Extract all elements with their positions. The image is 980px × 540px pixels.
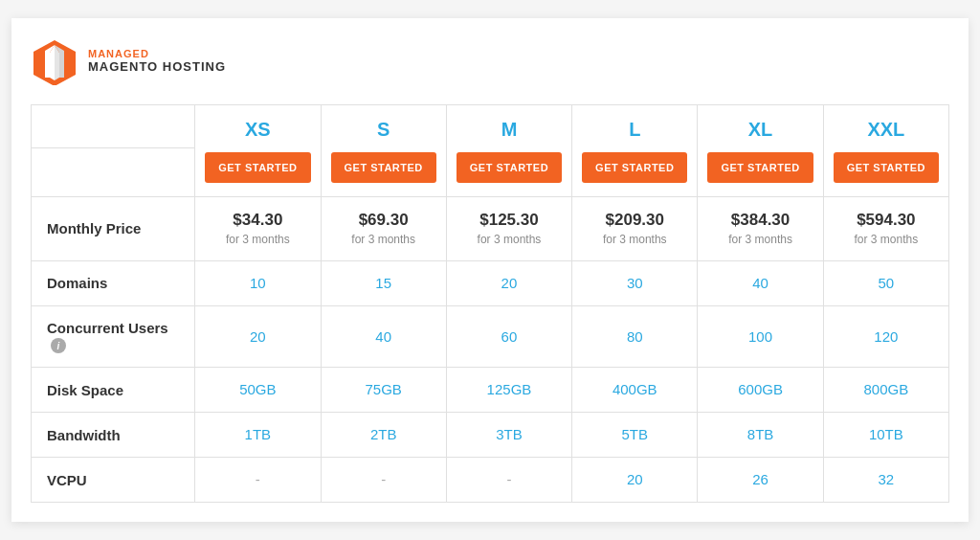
table-cell: 20: [195, 305, 321, 367]
table-cell: 125GB: [446, 368, 571, 413]
table-cell: $69.30for 3 months: [321, 196, 446, 260]
table-cell: 1TB: [195, 413, 321, 458]
table-row: Domains101520304050: [32, 260, 949, 305]
table-cell: 50GB: [195, 368, 321, 413]
cell-value: 75GB: [365, 381, 401, 397]
get-started-xs-button[interactable]: GET STARTED: [205, 152, 310, 183]
row-label-cell: VCPU: [32, 458, 195, 503]
cell-value: 400GB: [612, 381, 657, 397]
table-cell: 30: [572, 260, 698, 305]
cell-dash: -: [381, 471, 386, 487]
cell-value: 20: [250, 328, 266, 345]
cell-value: 26: [752, 471, 768, 487]
plan-s-header: S: [321, 104, 446, 148]
cell-value: 5TB: [622, 426, 649, 442]
cell-value: 60: [501, 328, 518, 345]
cell-dash: -: [506, 471, 511, 487]
cell-value: 10TB: [869, 426, 903, 442]
cell-value: 125GB: [487, 381, 532, 397]
cell-value: 2TB: [370, 426, 397, 442]
price-sub: for 3 months: [351, 233, 415, 246]
table-row: Monthly Price$34.30for 3 months$69.30for…: [32, 196, 949, 260]
cell-value: 600GB: [738, 381, 783, 397]
price-main: $384.30: [707, 211, 813, 230]
plan-xl-name: XL: [707, 119, 813, 145]
row-label-cell: Disk Space: [32, 368, 195, 413]
table-row: Bandwidth1TB2TB3TB5TB8TB10TB: [32, 413, 949, 458]
table-cell: 20: [446, 260, 571, 305]
table-row: Disk Space50GB75GB125GB400GB600GB800GB: [32, 368, 949, 413]
plan-m-btn-cell: GET STARTED: [446, 148, 571, 197]
cell-value: 120: [874, 328, 898, 345]
table-cell: 120: [823, 305, 948, 367]
get-started-m-button[interactable]: GET STARTED: [457, 152, 562, 183]
table-cell: 20: [572, 458, 698, 503]
plan-m-header: M: [446, 104, 571, 148]
get-started-xl-button[interactable]: GET STARTED: [707, 152, 813, 183]
table-row: Concurrent Usersi20406080100120: [32, 305, 949, 367]
table-cell: 800GB: [823, 368, 948, 413]
pricing-container: MANAGED MAGENTO HOSTING XS S M L: [11, 18, 969, 522]
table-cell: $384.30for 3 months: [698, 196, 823, 260]
table-row: VCPU---202632: [32, 458, 949, 503]
table-cell: 3TB: [446, 413, 571, 458]
table-cell: 2TB: [321, 413, 446, 458]
cell-value: 50: [879, 275, 895, 291]
table-cell: 60: [446, 305, 571, 367]
price-sub: for 3 months: [603, 233, 667, 246]
table-cell: 600GB: [698, 368, 823, 413]
plan-button-row: GET STARTED GET STARTED GET STARTED GET …: [32, 148, 949, 197]
plan-xxl-name: XXL: [834, 119, 939, 145]
plan-xs-header: XS: [195, 104, 321, 148]
row-label-cell: Concurrent Usersi: [32, 305, 195, 367]
table-cell: 32: [823, 458, 948, 503]
table-cell: 26: [698, 458, 823, 503]
plan-l-header: L: [572, 104, 698, 148]
cell-value: 800GB: [864, 381, 909, 397]
plan-xl-btn-cell: GET STARTED: [698, 148, 823, 197]
empty-button-header: [32, 148, 195, 197]
logo: MANAGED MAGENTO HOSTING: [31, 37, 226, 85]
cell-value: 100: [748, 328, 772, 345]
table-cell: 5TB: [572, 413, 698, 458]
magento-logo-icon: [31, 37, 78, 85]
price-main: $125.30: [457, 211, 562, 230]
row-label-cell: Domains: [32, 260, 195, 305]
plan-xxl-header: XXL: [823, 104, 948, 148]
cell-value: 10: [250, 275, 266, 291]
get-started-l-button[interactable]: GET STARTED: [582, 152, 687, 183]
table-cell: 15: [321, 260, 446, 305]
cell-value: 30: [627, 275, 643, 291]
logo-managed: MANAGED: [88, 48, 226, 59]
get-started-xxl-button[interactable]: GET STARTED: [834, 152, 939, 183]
table-cell: 100: [698, 305, 823, 367]
info-icon[interactable]: i: [51, 338, 66, 353]
table-cell: $209.30for 3 months: [572, 196, 698, 260]
table-cell: $125.30for 3 months: [446, 196, 571, 260]
cell-value: 8TB: [747, 426, 774, 442]
table-cell: 10TB: [823, 413, 948, 458]
table-cell: -: [195, 458, 321, 503]
cell-value: 1TB: [245, 426, 272, 442]
price-sub: for 3 months: [855, 233, 919, 246]
table-cell: 40: [698, 260, 823, 305]
logo-magento: MAGENTO HOSTING: [88, 59, 226, 74]
plan-xl-header: XL: [698, 104, 823, 148]
price-main: $594.30: [834, 211, 939, 230]
cell-value: 40: [375, 328, 391, 345]
pricing-table: XS S M L XL XXL: [31, 104, 949, 503]
table-cell: 400GB: [572, 368, 698, 413]
plan-xs-btn-cell: GET STARTED: [195, 148, 321, 197]
plan-xs-name: XS: [205, 119, 310, 145]
header: MANAGED MAGENTO HOSTING: [31, 37, 949, 85]
table-cell: 10: [195, 260, 321, 305]
plan-name-row: XS S M L XL XXL: [32, 104, 949, 148]
plan-l-btn-cell: GET STARTED: [572, 148, 698, 197]
price-sub: for 3 months: [728, 233, 792, 246]
plan-s-btn-cell: GET STARTED: [321, 148, 446, 197]
plan-m-name: M: [457, 119, 562, 145]
price-sub: for 3 months: [478, 233, 542, 246]
price-main: $69.30: [331, 211, 436, 230]
row-label-cell: Bandwidth: [32, 413, 195, 458]
get-started-s-button[interactable]: GET STARTED: [331, 152, 436, 183]
